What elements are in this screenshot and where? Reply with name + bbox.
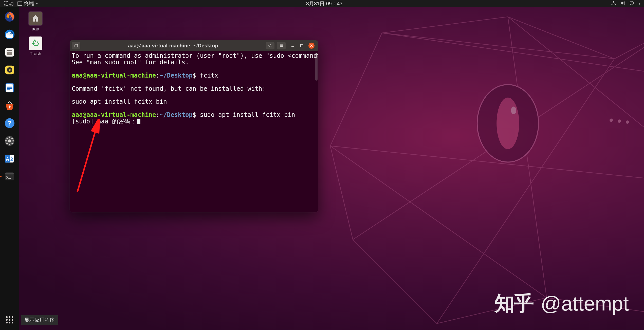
term-line: See "man sudo_root" for details.	[72, 59, 189, 66]
dock-rhythmbox[interactable]	[3, 63, 17, 77]
terminal-indicator-icon	[17, 2, 22, 6]
focused-app-label: 终端	[24, 0, 34, 7]
watermark: 知乎 @attempt	[494, 290, 629, 317]
new-tab-icon	[74, 43, 78, 48]
svg-rect-24	[9, 137, 10, 138]
svg-point-45	[9, 322, 10, 323]
svg-rect-18	[7, 88, 12, 89]
recycle-icon	[31, 39, 40, 48]
prompt-user: aaa	[72, 111, 83, 118]
desktop-trash-label: Trash	[27, 51, 44, 57]
volume-icon[interactable]	[620, 0, 625, 7]
dock-settings[interactable]	[3, 134, 17, 148]
svg-point-55	[269, 44, 271, 46]
show-applications-button[interactable]	[3, 313, 17, 327]
terminal-title: aaa@aaa-virtual-machine: ~/Desktop	[83, 43, 263, 49]
svg-rect-37	[5, 173, 14, 175]
dock-thunderbird[interactable]	[3, 27, 17, 42]
svg-rect-25	[9, 144, 10, 145]
svg-point-13	[9, 70, 10, 70]
svg-text:A: A	[6, 156, 9, 162]
dock-libreoffice-writer[interactable]	[3, 81, 17, 95]
prompt-host: aaa-virtual-machine	[86, 72, 156, 79]
svg-point-41	[6, 319, 7, 321]
chevron-down-icon: ▾	[36, 2, 38, 6]
svg-point-52	[626, 120, 629, 124]
terminal-cursor	[137, 119, 140, 124]
search-icon	[268, 43, 272, 48]
prompt-user: aaa	[72, 72, 83, 79]
svg-rect-56	[301, 44, 303, 47]
term-line: To run a command as administrator (user …	[72, 52, 318, 59]
apps-tooltip: 显示应用程序	[21, 315, 58, 325]
system-menu-chevron-icon[interactable]: ▾	[639, 2, 640, 6]
dock: ? A文	[0, 7, 19, 330]
activities-button[interactable]: 活动	[4, 0, 14, 7]
dock-files[interactable]	[3, 45, 17, 59]
svg-rect-8	[7, 52, 12, 55]
terminal-scrollbar[interactable]	[315, 53, 318, 81]
svg-rect-19	[7, 89, 10, 90]
svg-point-48	[497, 98, 519, 149]
svg-point-38	[6, 316, 7, 318]
svg-rect-27	[12, 140, 14, 141]
prompt-path: ~/Desktop	[160, 72, 193, 79]
desktop-home-folder[interactable]: aaa	[27, 12, 44, 32]
terminal-window[interactable]: aaa@aaa-virtual-machine: ~/Desktop To ru…	[70, 40, 318, 212]
svg-text:文: 文	[9, 156, 14, 162]
new-tab-button[interactable]	[72, 42, 80, 49]
svg-text:?: ?	[8, 120, 11, 127]
maximize-icon	[300, 44, 304, 47]
close-icon	[310, 44, 313, 47]
dock-ubuntu-software[interactable]	[3, 98, 17, 113]
svg-rect-17	[7, 87, 12, 87]
terminal-search-button[interactable]	[266, 42, 274, 49]
svg-point-44	[6, 322, 7, 323]
svg-rect-7	[7, 50, 12, 51]
clock[interactable]: 8月31日 09：43	[306, 1, 342, 6]
hamburger-icon	[279, 43, 284, 48]
dock-input-method[interactable]: A文	[3, 152, 17, 166]
gnome-top-panel: 活动 终端 ▾ 8月31日 09：43 ▾	[0, 0, 644, 7]
svg-point-40	[11, 316, 13, 318]
svg-rect-16	[7, 86, 12, 86]
window-close-button[interactable]	[308, 43, 315, 49]
terminal-titlebar[interactable]: aaa@aaa-virtual-machine: ~/Desktop	[70, 40, 318, 51]
svg-point-51	[618, 119, 621, 123]
window-maximize-button[interactable]	[299, 43, 304, 48]
svg-point-23	[8, 139, 11, 142]
focused-app-indicator[interactable]: 终端 ▾	[17, 0, 38, 7]
network-icon[interactable]	[611, 0, 616, 7]
term-cmd: sudo apt install fcitx-bin	[200, 111, 295, 118]
watermark-zhihu: 知乎	[494, 290, 533, 317]
svg-rect-26	[5, 140, 7, 141]
terminal-body[interactable]: To run a command as administrator (user …	[70, 51, 318, 212]
dock-firefox[interactable]	[3, 10, 17, 24]
dock-help[interactable]: ?	[3, 116, 17, 130]
svg-point-43	[11, 319, 13, 321]
power-icon[interactable]	[629, 0, 635, 7]
svg-point-0	[613, 1, 614, 2]
term-line: [sudo] aaa 的密码：	[72, 118, 136, 125]
svg-point-49	[511, 106, 516, 114]
svg-point-39	[9, 316, 10, 318]
window-minimize-button[interactable]	[290, 43, 295, 48]
term-cmd: fcitx	[200, 72, 218, 79]
svg-point-50	[610, 119, 613, 122]
desktop[interactable]: aaa Trash aaa@aaa-virtual-machine: ~/Des…	[19, 7, 644, 330]
svg-point-46	[11, 322, 13, 323]
svg-point-42	[9, 319, 10, 321]
prompt-path: ~/Desktop	[160, 111, 193, 118]
term-line: sudo apt install fcitx-bin	[72, 98, 167, 105]
minimize-icon	[291, 44, 295, 47]
prompt-host: aaa-virtual-machine	[86, 111, 156, 118]
desktop-home-label: aaa	[27, 26, 44, 32]
svg-rect-9	[9, 53, 10, 53]
home-icon	[31, 14, 40, 23]
desktop-trash[interactable]: Trash	[27, 36, 44, 57]
watermark-handle: @attempt	[541, 292, 629, 315]
term-line: Command 'fcitx' not found, but can be in…	[72, 85, 266, 92]
dock-terminal[interactable]	[3, 169, 17, 184]
terminal-menu-button[interactable]	[277, 42, 286, 49]
